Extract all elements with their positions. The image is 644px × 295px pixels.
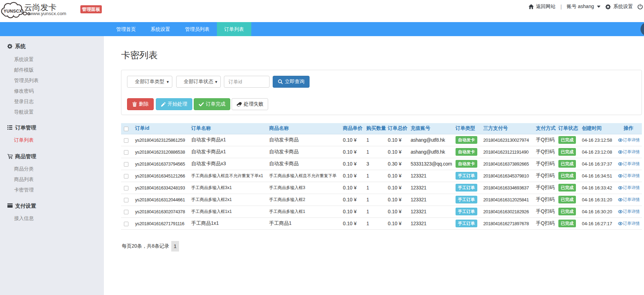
svg-text:YUNSCX: YUNSCX [4, 9, 22, 14]
